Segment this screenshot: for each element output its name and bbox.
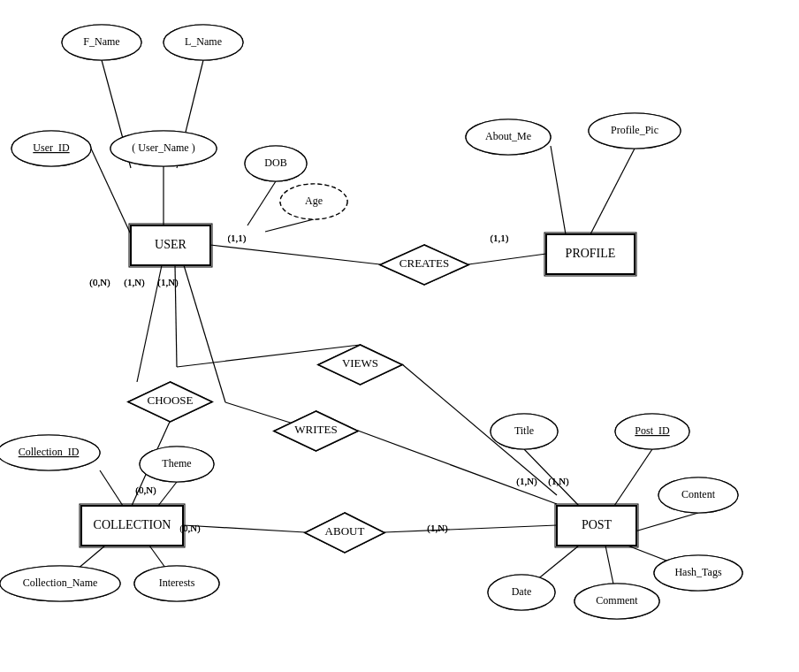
svg-text:Collection_Name: Collection_Name [23,577,98,589]
svg-text:Hash_Tags: Hash_Tags [674,566,721,578]
svg-text:DOB: DOB [264,157,286,169]
svg-text:CHOOSE: CHOOSE [147,393,193,407]
svg-line-4 [247,181,276,225]
svg-text:Collection_ID: Collection_ID [19,446,80,458]
er-svg-canvas: USERPROFILECOLLECTIONPOSTCREATESCHOOSEVI… [0,0,799,672]
svg-text:(1,N): (1,N) [157,277,179,288]
svg-line-7 [590,149,635,234]
svg-text:(1,1): (1,1) [227,233,246,244]
svg-text:PROFILE: PROFILE [566,247,616,260]
svg-text:User_ID: User_ID [33,141,70,154]
svg-text:Interests: Interests [159,577,195,589]
svg-text:ABOUT: ABOUT [325,524,365,538]
svg-text:Date: Date [512,585,532,598]
svg-text:(0,N): (0,N) [89,277,110,288]
svg-text:Content: Content [681,488,716,500]
svg-text:POST: POST [582,518,613,531]
svg-line-12 [184,265,225,402]
svg-text:Post_ID: Post_ID [635,424,670,437]
svg-text:(1,N): (1,N) [516,476,537,487]
svg-line-6 [551,146,566,234]
svg-line-9 [468,254,546,264]
svg-text:VIEWS: VIEWS [342,356,378,370]
svg-text:(1,N): (1,N) [427,523,448,534]
svg-text:(1,1): (1,1) [490,233,508,244]
svg-line-21 [158,482,177,506]
svg-text:(0,N): (0,N) [179,523,201,534]
svg-text:Theme: Theme [162,457,191,470]
svg-line-8 [210,245,380,264]
svg-text:WRITES: WRITES [294,423,337,436]
svg-line-25 [614,449,652,506]
svg-text:Comment: Comment [596,594,638,607]
svg-text:Age: Age [305,195,323,207]
svg-line-2 [91,149,131,234]
svg-text:L_Name: L_Name [185,35,222,48]
svg-text:USER: USER [155,238,186,251]
svg-text:( User_Name ): ( User_Name ) [132,141,194,154]
svg-text:Title: Title [514,424,534,437]
svg-line-20 [100,470,123,506]
svg-text:(0,N): (0,N) [135,485,156,496]
er-diagram: USERPROFILECOLLECTIONPOSTCREATESCHOOSEVI… [0,0,799,672]
svg-text:F_Name: F_Name [83,35,119,48]
svg-text:(1,N): (1,N) [124,277,145,288]
svg-text:CREATES: CREATES [400,256,449,270]
svg-line-26 [632,513,698,532]
svg-text:COLLECTION: COLLECTION [94,518,171,531]
svg-text:Profile_Pic: Profile_Pic [611,124,658,136]
svg-line-5 [265,219,314,232]
svg-text:(1,N): (1,N) [548,476,569,487]
svg-text:About_Me: About_Me [485,130,531,142]
svg-line-19 [384,525,557,532]
svg-line-18 [183,525,305,532]
